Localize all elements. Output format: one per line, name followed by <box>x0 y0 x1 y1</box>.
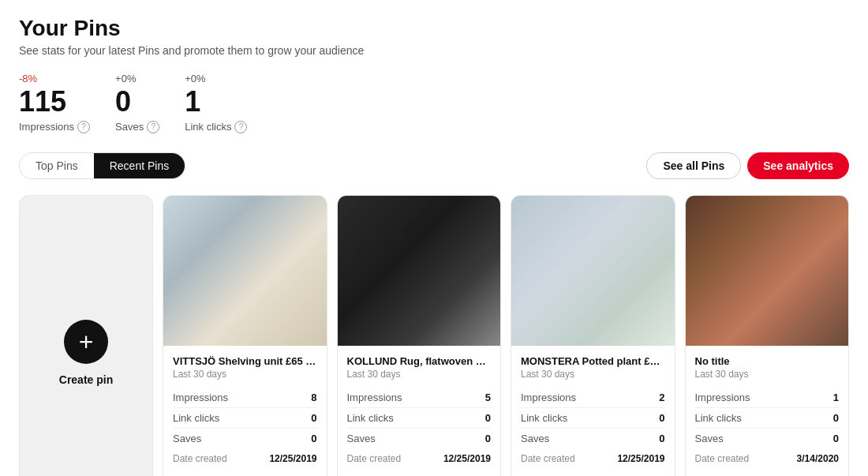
pin-date-row: Date created 12/25/2019 <box>347 448 492 464</box>
date-created-label: Date created <box>347 453 402 464</box>
saves-stat-label: Saves <box>347 433 376 444</box>
create-circle: + <box>64 320 108 364</box>
link-clicks-label-row: Link clicks ? <box>185 121 247 133</box>
pin-saves-row: Saves 0 <box>173 429 317 448</box>
pin-impressions-row: Impressions 2 <box>521 388 665 408</box>
date-created-label: Date created <box>173 453 227 464</box>
pin-details: KOLLUND Rug, flatwoven £26... Last 30 da… <box>338 346 501 474</box>
page-container: Your Pins See stats for your latest Pins… <box>0 0 868 476</box>
pin-saves-row: Saves 0 <box>521 429 665 448</box>
link-clicks-stat: +0% 1 Link clicks ? <box>185 73 247 133</box>
date-created-value: 12/25/2019 <box>617 453 664 464</box>
tabs-and-actions: Top Pins Recent Pins See all Pins See an… <box>19 152 849 179</box>
impressions-stat-label: Impressions <box>347 392 402 403</box>
pins-grid: + Create pin VITTSJÖ Shelving unit £65 R… <box>19 195 849 476</box>
impressions-stat-label: Impressions <box>521 392 576 403</box>
link-clicks-stat-value: 0 <box>659 412 664 424</box>
link-clicks-change: +0% <box>185 73 247 84</box>
pin-impressions-row: Impressions 8 <box>173 388 317 408</box>
pin-stats: Impressions 2 Link clicks 0 Saves 0 <box>521 388 665 448</box>
link-clicks-stat-label: Link clicks <box>521 412 567 424</box>
date-created-value: 12/25/2019 <box>443 453 491 464</box>
tab-recent-pins[interactable]: Recent Pins <box>94 153 185 178</box>
pin-title: MONSTERA Potted plant £15 K... <box>521 355 665 367</box>
pin-period: Last 30 days <box>695 369 840 380</box>
date-created-value: 3/14/2020 <box>797 453 839 464</box>
impressions-label-row: Impressions ? <box>19 121 90 133</box>
saves-info-icon[interactable]: ? <box>147 121 159 133</box>
page-header: Your Pins See stats for your latest Pins… <box>19 16 849 57</box>
impressions-label: Impressions <box>19 121 74 133</box>
impressions-stat-value: 1 <box>833 392 839 403</box>
pin-card: VITTSJÖ Shelving unit £65 RA... Last 30 … <box>163 195 327 476</box>
pin-date-row: Date created 3/14/2020 <box>695 448 840 464</box>
link-clicks-stat-value: 0 <box>485 412 491 424</box>
pin-link-clicks-row: Link clicks 0 <box>521 408 665 429</box>
pin-card: No title Last 30 days Impressions 1 Link… <box>685 195 850 476</box>
saves-stat: +0% 0 Saves ? <box>115 73 159 133</box>
saves-stat-label: Saves <box>521 433 549 444</box>
impressions-stat-value: 2 <box>659 392 664 403</box>
saves-label: Saves <box>115 121 144 133</box>
impressions-stat-value: 5 <box>485 392 491 403</box>
pin-date-row: Date created 12/25/2019 <box>521 448 665 464</box>
pin-link-clicks-row: Link clicks 0 <box>173 408 317 429</box>
pin-impressions-row: Impressions 5 <box>347 388 492 408</box>
pin-card: KOLLUND Rug, flatwoven £26... Last 30 da… <box>337 195 502 476</box>
saves-value: 0 <box>115 86 159 118</box>
pin-stats: Impressions 5 Link clicks 0 Saves 0 <box>347 388 492 448</box>
pin-impressions-row: Impressions 1 <box>695 388 840 408</box>
action-buttons: See all Pins See analytics <box>646 152 849 179</box>
date-created-value: 12/25/2019 <box>269 453 316 464</box>
pin-image <box>163 196 327 346</box>
pin-card: MONSTERA Potted plant £15 K... Last 30 d… <box>511 195 675 476</box>
pin-saves-row: Saves 0 <box>695 429 840 448</box>
impressions-value: 115 <box>19 86 90 118</box>
pin-details: VITTSJÖ Shelving unit £65 RA... Last 30 … <box>163 346 327 474</box>
pin-image <box>338 196 501 346</box>
pin-date-row: Date created 12/25/2019 <box>173 448 317 464</box>
pin-stats: Impressions 8 Link clicks 0 Saves 0 <box>173 388 317 448</box>
pin-stats: Impressions 1 Link clicks 0 Saves 0 <box>695 388 840 448</box>
impressions-stat-label: Impressions <box>695 392 750 403</box>
impressions-change: -8% <box>19 73 90 84</box>
pin-period: Last 30 days <box>521 369 665 380</box>
link-clicks-stat-label: Link clicks <box>347 412 394 424</box>
pin-period: Last 30 days <box>173 369 317 380</box>
pin-link-clicks-row: Link clicks 0 <box>347 408 492 429</box>
tab-top-pins[interactable]: Top Pins <box>20 153 94 178</box>
pin-image <box>511 196 675 346</box>
link-clicks-stat-label: Link clicks <box>695 412 742 424</box>
tab-group: Top Pins Recent Pins <box>19 152 185 179</box>
pin-details: No title Last 30 days Impressions 1 Link… <box>686 346 849 474</box>
saves-stat-label: Saves <box>173 433 201 444</box>
saves-stat-value: 0 <box>311 433 316 444</box>
link-clicks-value: 1 <box>185 86 247 118</box>
plus-icon: + <box>79 329 94 354</box>
stats-row: -8% 115 Impressions ? +0% 0 Saves ? +0% … <box>19 73 849 133</box>
saves-stat-label: Saves <box>695 433 724 444</box>
saves-stat-value: 0 <box>659 433 664 444</box>
pin-saves-row: Saves 0 <box>347 429 492 448</box>
link-clicks-stat-value: 0 <box>833 412 839 424</box>
create-pin-card[interactable]: + Create pin <box>19 195 153 476</box>
saves-change: +0% <box>115 73 159 84</box>
pin-title: No title <box>695 355 840 367</box>
impressions-stat-value: 8 <box>311 392 316 403</box>
impressions-stat-label: Impressions <box>173 392 228 403</box>
impressions-stat: -8% 115 Impressions ? <box>19 73 90 133</box>
pin-title: VITTSJÖ Shelving unit £65 RA... <box>173 355 317 367</box>
pin-title: KOLLUND Rug, flatwoven £26... <box>347 355 492 367</box>
link-clicks-label: Link clicks <box>185 121 231 133</box>
see-all-pins-button[interactable]: See all Pins <box>646 152 741 179</box>
pin-image <box>686 196 849 346</box>
impressions-info-icon[interactable]: ? <box>77 121 90 133</box>
page-subtitle: See stats for your latest Pins and promo… <box>19 44 849 57</box>
link-clicks-info-icon[interactable]: ? <box>234 121 247 133</box>
page-title: Your Pins <box>19 16 849 41</box>
link-clicks-stat-label: Link clicks <box>173 412 219 424</box>
see-analytics-button[interactable]: See analytics <box>747 152 849 179</box>
pin-period: Last 30 days <box>347 369 492 380</box>
link-clicks-stat-value: 0 <box>311 412 316 424</box>
pin-details: MONSTERA Potted plant £15 K... Last 30 d… <box>511 346 675 474</box>
